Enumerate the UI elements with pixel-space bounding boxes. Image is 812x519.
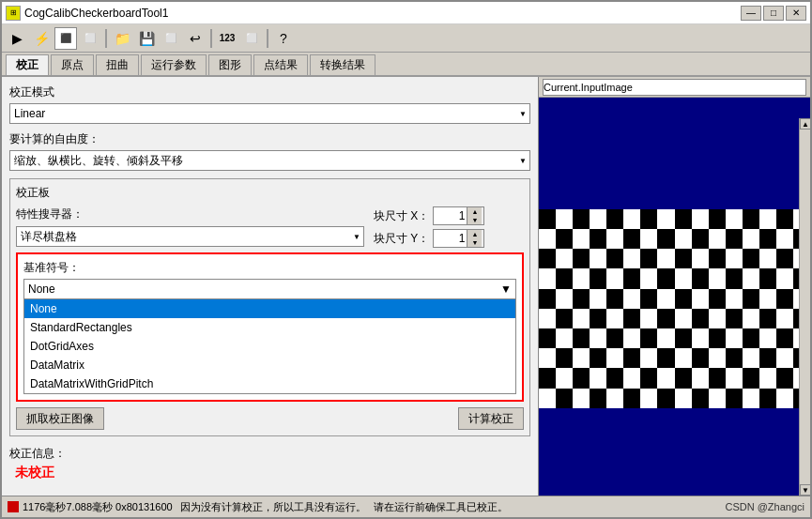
- block-x-btns: ▲ ▼: [467, 207, 482, 224]
- export-button[interactable]: ⬜: [160, 27, 182, 50]
- block-y-input[interactable]: [434, 230, 467, 247]
- block-y-label: 块尺寸 Y：: [374, 231, 429, 247]
- checker-cell: [590, 389, 606, 408]
- option-none[interactable]: None: [24, 299, 515, 318]
- checker-cell: [573, 209, 590, 229]
- checker-cell: [640, 229, 657, 249]
- option-dot-grid[interactable]: DotGridAxes: [24, 337, 515, 356]
- scroll-thumb[interactable]: [800, 130, 810, 484]
- checker-cell: [606, 268, 623, 288]
- checker-cell: [640, 209, 657, 229]
- option-dm-gridpitch[interactable]: DataMatrixWithGridPitch: [24, 374, 515, 393]
- tab-transform-results[interactable]: 转换结果: [310, 54, 375, 75]
- maximize-button[interactable]: □: [763, 6, 784, 21]
- checker-cell: [556, 249, 573, 268]
- scroll-down-button[interactable]: ▼: [800, 484, 810, 496]
- checker-cell: [776, 328, 793, 348]
- base-symbol-section: 基准符号： None ▼ None StandardRectangles Dot…: [16, 252, 524, 402]
- graph-button[interactable]: ⬜: [240, 27, 263, 50]
- checker-cell: [743, 289, 759, 309]
- checker-cell: [539, 249, 556, 268]
- checker-cell: [726, 268, 743, 288]
- help-button[interactable]: ?: [272, 27, 295, 50]
- stop-button[interactable]: ⬛: [54, 27, 77, 50]
- checker-cell: [606, 289, 623, 309]
- checker-cell: [573, 368, 590, 388]
- checker-cell: [776, 289, 793, 309]
- run-button[interactable]: ▶: [6, 27, 28, 50]
- number-button[interactable]: 123: [216, 27, 238, 50]
- block-y-row: 块尺寸 Y： ▲ ▼: [374, 229, 524, 248]
- checker-cell: [539, 309, 556, 328]
- checker-cell: [709, 309, 726, 328]
- checker-cell: [776, 229, 793, 249]
- minimize-button[interactable]: —: [741, 6, 761, 21]
- capture-button[interactable]: 抓取校正图像: [16, 407, 104, 430]
- checker-cell: [692, 348, 709, 368]
- vertical-scrollbar[interactable]: ▲ ▼: [799, 118, 810, 496]
- checker-cell: [743, 389, 759, 408]
- checker-cell: [573, 229, 590, 249]
- calc-button[interactable]: 计算校正: [458, 407, 524, 430]
- close-button[interactable]: ✕: [786, 6, 806, 21]
- tab-distort[interactable]: 扭曲: [96, 54, 139, 75]
- checker-cell: [692, 268, 709, 288]
- tab-bar: 校正 原点 扭曲 运行参数 图形 点结果 转换结果: [2, 53, 810, 77]
- checker-cell: [539, 348, 556, 368]
- status-time: 1176毫秒7.088毫秒 0x80131600: [23, 500, 173, 514]
- tab-point-results[interactable]: 点结果: [253, 54, 308, 75]
- feature-finder-select[interactable]: 详尽棋盘格: [16, 226, 364, 247]
- checker-cell: [590, 229, 606, 249]
- base-symbol-dropdown[interactable]: None StandardRectangles DotGridAxes Data…: [23, 299, 516, 394]
- undo-button[interactable]: ↩: [184, 27, 207, 50]
- scroll-up-button[interactable]: ▲: [800, 118, 810, 130]
- checker-cell: [743, 209, 759, 229]
- left-panel: 校正模式 Linear 要计算的自由度： 缩放、纵横比、旋转、倾斜及平移: [2, 77, 538, 496]
- checker-cell: [606, 348, 623, 368]
- base-symbol-selected[interactable]: None ▼: [23, 279, 516, 299]
- tab-origin[interactable]: 原点: [51, 54, 94, 75]
- step-button[interactable]: ⬜: [79, 27, 101, 50]
- calib-mode-wrapper: Linear: [9, 103, 530, 124]
- freedom-select[interactable]: 缩放、纵横比、旋转、倾斜及平移: [9, 150, 530, 171]
- option-data-matrix[interactable]: DataMatrix: [24, 356, 515, 374]
- body-area: 校正模式 Linear 要计算的自由度： 缩放、纵横比、旋转、倾斜及平移: [2, 77, 810, 496]
- tab-calib[interactable]: 校正: [6, 54, 49, 75]
- checker-cell: [640, 328, 657, 348]
- checker-cell: [623, 249, 640, 268]
- checker-cell: [726, 348, 743, 368]
- block-y-spinbox[interactable]: ▲ ▼: [433, 229, 484, 248]
- save-button[interactable]: 💾: [135, 27, 158, 50]
- checker-cell: [743, 348, 759, 368]
- block-x-row: 块尺寸 X： ▲ ▼: [374, 206, 524, 225]
- checker-cell: [675, 268, 692, 288]
- flash-button[interactable]: ⚡: [30, 27, 53, 50]
- calib-mode-select[interactable]: Linear: [9, 103, 530, 124]
- block-x-down[interactable]: ▼: [467, 216, 482, 224]
- checker-cell: [726, 209, 743, 229]
- checker-cell: [709, 328, 726, 348]
- action-buttons: 抓取校正图像 计算校正: [16, 407, 524, 430]
- block-x-up[interactable]: ▲: [467, 207, 482, 216]
- tab-run-params[interactable]: 运行参数: [141, 54, 207, 75]
- checker-cell: [692, 328, 709, 348]
- checker-cell: [606, 328, 623, 348]
- freedom-label: 要计算的自由度：: [9, 131, 530, 147]
- checker-cell: [743, 328, 759, 348]
- open-button[interactable]: 📁: [111, 27, 133, 50]
- checker-cell: [573, 289, 590, 309]
- block-y-down[interactable]: ▼: [467, 238, 482, 247]
- checker-cell: [776, 249, 793, 268]
- checker-cell: [759, 229, 776, 249]
- block-y-up[interactable]: ▲: [467, 230, 482, 238]
- tab-graphics[interactable]: 图形: [208, 54, 252, 75]
- image-source-select[interactable]: Current.InputImage: [543, 79, 806, 96]
- calib-info-bar: 校正信息：: [9, 444, 530, 463]
- checker-cell: [675, 229, 692, 249]
- block-x-input[interactable]: [434, 207, 467, 224]
- option-standard-rects[interactable]: StandardRectangles: [24, 318, 515, 337]
- checker-cell: [539, 268, 556, 288]
- block-x-spinbox[interactable]: ▲ ▼: [433, 206, 484, 225]
- checker-cell: [776, 368, 793, 388]
- checker-cell: [657, 389, 674, 408]
